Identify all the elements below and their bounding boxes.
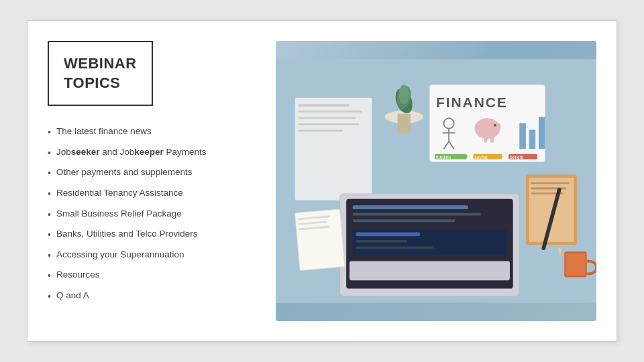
bullet-icon: • (48, 229, 51, 242)
svg-rect-37 (353, 219, 455, 222)
topic-text: Resources (56, 269, 262, 282)
title-line2: TOPICS (64, 74, 121, 91)
svg-text:saving: saving (474, 155, 488, 160)
slide-container: WEBINAR TOPICS • The latest finance news… (27, 20, 617, 342)
list-item: • Residential Tenancy Assistance (48, 184, 262, 204)
topic-text: Jobseeker and Jobkeeper Payments (56, 146, 262, 159)
svg-rect-35 (353, 205, 468, 209)
svg-rect-23 (490, 136, 494, 143)
title-box: WEBINAR TOPICS (48, 41, 153, 106)
bullet-icon: • (48, 147, 51, 160)
svg-rect-41 (356, 247, 433, 249)
topic-text: Other payments and supplements (56, 166, 262, 179)
bullet-icon: • (48, 249, 51, 263)
svg-rect-45 (531, 182, 569, 184)
svg-rect-22 (484, 136, 488, 143)
list-item: • Accessing your Superannuation (48, 245, 262, 266)
svg-rect-42 (350, 261, 510, 281)
svg-point-21 (494, 124, 496, 127)
list-item: • Banks, Utilities and Telco Providers (48, 225, 262, 245)
svg-rect-39 (356, 232, 421, 236)
list-item: • Resources (48, 265, 262, 286)
svg-rect-5 (298, 123, 359, 125)
topic-text: Residential Tenancy Assistance (56, 187, 262, 200)
bullet-icon: • (48, 126, 51, 139)
list-item: • Small Business Relief Package (48, 204, 262, 225)
list-item: • Jobseeker and Jobkeeper Payments (48, 143, 262, 164)
list-item: • The latest finance news (48, 122, 262, 143)
svg-text:benefit: benefit (510, 155, 523, 160)
title-line1: WEBINAR (64, 55, 137, 72)
svg-rect-25 (529, 130, 536, 149)
left-panel: WEBINAR TOPICS • The latest finance news… (48, 41, 262, 321)
svg-rect-8 (398, 114, 411, 133)
finance-image: FINANCE funding (276, 41, 596, 321)
svg-rect-1 (295, 98, 372, 200)
svg-rect-55 (566, 253, 586, 276)
bullet-icon: • (48, 290, 51, 304)
topic-text: Accessing your Superannuation (56, 249, 262, 261)
bullet-icon: • (48, 208, 51, 222)
svg-rect-24 (519, 123, 526, 149)
topic-text: Small Business Relief Package (56, 208, 262, 221)
svg-rect-2 (298, 104, 349, 107)
finance-illustration: FINANCE funding (276, 41, 596, 321)
bullet-icon: • (48, 269, 51, 283)
svg-rect-26 (539, 117, 545, 149)
svg-text:FINANCE: FINANCE (436, 95, 508, 110)
topic-text: The latest finance news (56, 125, 262, 138)
svg-point-20 (493, 123, 500, 130)
svg-rect-3 (298, 111, 362, 113)
topic-text: Banks, Utilities and Telco Providers (56, 228, 262, 241)
bullet-icon: • (48, 188, 51, 201)
svg-rect-4 (298, 117, 356, 119)
svg-rect-6 (298, 130, 343, 132)
list-item: • Q and A (48, 286, 262, 307)
topic-text: Q and A (56, 290, 262, 302)
list-item: • Other payments and supplements (48, 163, 262, 184)
svg-text:funding: funding (436, 155, 451, 160)
svg-rect-36 (353, 213, 481, 216)
right-panel: FINANCE funding (276, 41, 596, 321)
svg-point-11 (399, 85, 409, 105)
topics-list: • The latest finance news • Jobseeker an… (48, 122, 262, 306)
title-text: WEBINAR TOPICS (64, 54, 137, 93)
svg-rect-40 (356, 240, 407, 243)
bullet-icon: • (48, 167, 51, 180)
